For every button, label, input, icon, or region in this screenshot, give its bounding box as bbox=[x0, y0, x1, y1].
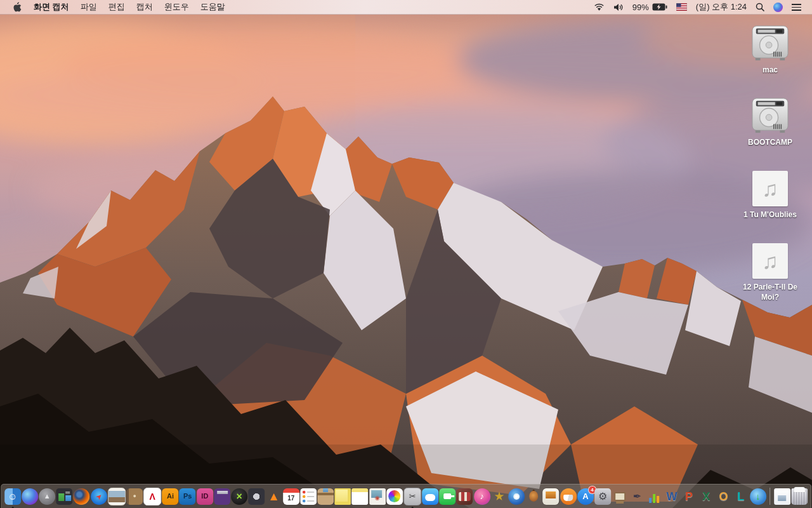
dock-icon-trash[interactable] bbox=[791, 488, 808, 505]
menu-item-3[interactable]: 윈도우 bbox=[159, 0, 195, 14]
dock-icon-mission-control[interactable] bbox=[56, 488, 72, 505]
dock-icon-calendar[interactable]: 17 bbox=[283, 488, 299, 505]
battery-charging-icon bbox=[652, 3, 667, 11]
siri-icon[interactable] bbox=[769, 0, 787, 14]
menu-app-name[interactable]: 화면 캡처 bbox=[28, 0, 75, 14]
dock-icon-finder[interactable]: ☺ bbox=[4, 488, 21, 505]
hard-drive-icon bbox=[750, 25, 790, 62]
menu-item-0[interactable]: 파일 bbox=[75, 0, 103, 14]
dock-icon-toast[interactable] bbox=[214, 488, 230, 505]
dock-separator bbox=[769, 488, 770, 505]
dock-icon-image-capture[interactable]: ◉ bbox=[369, 488, 386, 505]
desktop-icon-bootcamp[interactable]: BOOTCAMP bbox=[740, 93, 801, 148]
dock-icon-launchpad[interactable]: ▲ bbox=[39, 488, 55, 505]
desktop-icon-label: mac bbox=[740, 65, 801, 76]
menu-item-1[interactable]: 편집 bbox=[103, 0, 131, 14]
dock-icon-app-store[interactable]: A4 bbox=[577, 488, 594, 505]
dock-icon-archive-utility[interactable] bbox=[317, 488, 334, 505]
desktop-icon-12-parle-t-il-de-moi-[interactable]: ♫12 Parle-T-Il De Moi? bbox=[740, 238, 801, 302]
audio-file-icon: ♫ bbox=[752, 243, 788, 279]
desktop-icon-label: 1 Tu M'Oublies bbox=[740, 210, 801, 220]
spotlight-icon[interactable] bbox=[751, 0, 769, 14]
desktop-icon-1-tu-m-oublies[interactable]: ♫1 Tu M'Oublies bbox=[740, 166, 801, 220]
dock-icon-word[interactable]: W bbox=[664, 488, 680, 505]
clock[interactable]: (일) 오후 1:24 bbox=[691, 0, 751, 14]
dock-icon-safari[interactable]: ➤ bbox=[91, 488, 107, 505]
menu-item-2[interactable]: 캡처 bbox=[131, 0, 159, 14]
dock-icon-facetime[interactable] bbox=[439, 488, 455, 505]
dock-icon-reminders[interactable] bbox=[300, 488, 317, 505]
dock-icon-photoshop[interactable]: Ps bbox=[180, 488, 196, 505]
dock-icon-siri[interactable] bbox=[22, 488, 38, 505]
battery-status[interactable]: 99% bbox=[628, 0, 672, 14]
dock-icon-ibooks[interactable] bbox=[560, 488, 577, 505]
menu-item-4[interactable]: 도움말 bbox=[195, 0, 231, 14]
menu-bar-left: 화면 캡처 파일편집캡처윈도우도움말 bbox=[0, 0, 231, 14]
dock-icon-itunes[interactable]: ♪ bbox=[474, 488, 490, 505]
dock-icon-illustrator[interactable]: Ai bbox=[162, 488, 178, 505]
dock-icon-photo-booth[interactable] bbox=[457, 488, 473, 505]
dock-icon-garageband[interactable] bbox=[525, 488, 542, 505]
dock-icon-pages[interactable]: ✒ bbox=[629, 488, 646, 505]
wallpaper-sierra bbox=[0, 0, 812, 508]
dock-icon-vlc[interactable]: ▲ bbox=[266, 488, 282, 505]
battery-percent: 99% bbox=[632, 3, 649, 12]
desktop-icon-label: 12 Parle-T-Il De Moi? bbox=[740, 283, 801, 302]
audio-file-icon: ♫ bbox=[752, 171, 788, 206]
dock-icon-grab[interactable]: ✂ bbox=[403, 488, 421, 505]
dock-icon-indesign[interactable]: ID bbox=[197, 488, 213, 505]
hard-drive-icon bbox=[750, 97, 790, 134]
desktop-icon-mac[interactable]: mac bbox=[740, 21, 801, 76]
dock-icon-photos[interactable] bbox=[386, 488, 403, 505]
dock-icon-excel[interactable]: X bbox=[698, 488, 714, 505]
dock-icon-iweb[interactable] bbox=[543, 488, 560, 505]
menu-bar-status: 99% (일) 오후 1:24 bbox=[589, 0, 812, 14]
input-source-flag-us[interactable] bbox=[672, 0, 691, 14]
dock-icon-imovie[interactable]: ★ bbox=[491, 488, 508, 505]
dock-icon-media-player-x[interactable]: × bbox=[231, 488, 247, 505]
dock-icon-powerpoint[interactable]: P bbox=[681, 488, 697, 505]
dock-icon-outlook[interactable]: O bbox=[715, 488, 731, 505]
dock-icon-stickies[interactable] bbox=[334, 488, 351, 505]
dock-icon-lync[interactable]: L bbox=[733, 488, 749, 505]
dock-icon-system-preferences[interactable]: ⚙ bbox=[594, 488, 611, 505]
volume-icon[interactable] bbox=[609, 0, 628, 14]
notification-center-icon[interactable] bbox=[787, 0, 806, 14]
dock-icon-numbers[interactable] bbox=[646, 488, 663, 505]
apple-logo-icon bbox=[13, 2, 22, 12]
apple-menu[interactable] bbox=[9, 0, 28, 14]
dock-icon-preview[interactable] bbox=[108, 488, 126, 505]
menu-bar: 화면 캡처 파일편집캡처윈도우도움말 99% bbox=[0, 0, 812, 15]
dock-icon-idvd[interactable] bbox=[508, 488, 525, 505]
dock-icon-document[interactable] bbox=[774, 488, 790, 505]
dock-icon-downloader[interactable]: ↓ bbox=[750, 488, 766, 505]
dock-icon-keynote[interactable] bbox=[612, 488, 628, 505]
dock-icon-acrobat-reader[interactable]: Λ bbox=[143, 488, 161, 505]
wifi-icon[interactable] bbox=[589, 0, 609, 14]
dock-icon-notes[interactable] bbox=[352, 488, 369, 505]
desktop-icon-label: BOOTCAMP bbox=[740, 138, 801, 148]
dock-icon-firefox[interactable] bbox=[74, 488, 90, 505]
dock-icon-dvd-player[interactable] bbox=[248, 488, 265, 505]
desktop: 화면 캡처 파일편집캡처윈도우도움말 99% bbox=[0, 0, 812, 508]
dock: ☺▲➤●ΛAiPsID×▲17◉✂♪★A4⚙✒WPXOL↓ bbox=[1, 484, 811, 508]
dock-icon-contacts[interactable]: ● bbox=[126, 488, 143, 505]
dock-icon-messages[interactable] bbox=[422, 488, 438, 505]
